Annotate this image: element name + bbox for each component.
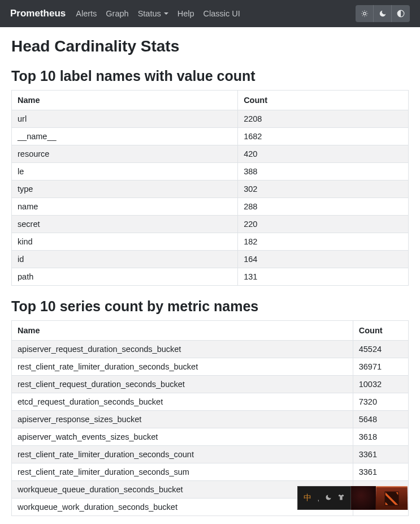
cell-name: kind: [12, 233, 238, 251]
cell-count: 3361: [353, 446, 408, 463]
table-row: le388: [12, 163, 409, 181]
cell-count: 302: [238, 181, 409, 198]
comma-icon: ,: [317, 494, 319, 502]
nav-link-classic-ui[interactable]: Classic UI: [203, 9, 240, 18]
cell-count: 45524: [353, 341, 408, 358]
cell-count: 3618: [353, 428, 408, 446]
dota-icon: [383, 490, 400, 507]
main-content: Head Cardinality Stats Top 10 label name…: [0, 27, 420, 524]
cell-count: 220: [238, 216, 409, 233]
table-row: apiserver_response_sizes_bucket5648: [12, 411, 409, 428]
cell-name: rest_client_rate_limiter_duration_second…: [12, 463, 353, 481]
cell-count: 10032: [353, 376, 408, 393]
theme-dark-button[interactable]: [374, 5, 392, 22]
cell-name: type: [12, 181, 238, 198]
theme-switcher: [356, 5, 410, 22]
moon-icon: [379, 10, 387, 18]
cell-name: path: [12, 268, 238, 286]
taskbar-thumbnail[interactable]: [351, 486, 376, 510]
svg-line-4: [366, 15, 367, 16]
cell-count: 420: [238, 145, 409, 163]
table-row: id164: [12, 251, 409, 268]
table-row: rest_client_request_duration_seconds_buc…: [12, 376, 409, 393]
section-title-label-names: Top 10 label names with value count: [11, 68, 409, 84]
table-row: apiserver_request_duration_seconds_bucke…: [12, 341, 409, 358]
table-row: type302: [12, 181, 409, 198]
ime-indicator[interactable]: 中: [304, 493, 311, 503]
cell-name: apiserver_response_sizes_bucket: [12, 411, 353, 428]
col-header-name: Name: [12, 91, 238, 110]
table-row: __name__1682: [12, 128, 409, 145]
section-title-series-metric: Top 10 series count by metric names: [11, 298, 409, 315]
sun-icon: [361, 10, 369, 18]
cell-count: 3361: [353, 463, 408, 481]
taskbar-overlay: 中 ,: [297, 486, 408, 510]
cell-name: url: [12, 110, 238, 128]
table-row: rest_client_rate_limiter_duration_second…: [12, 463, 409, 481]
cell-count: 2208: [238, 110, 409, 128]
col-header-count: Count: [353, 321, 408, 341]
brand[interactable]: Prometheus: [10, 8, 66, 19]
svg-line-7: [362, 15, 362, 16]
svg-line-3: [362, 11, 362, 12]
shirt-icon: [337, 493, 345, 502]
cell-name: resource: [12, 145, 238, 163]
cell-count: 5648: [353, 411, 408, 428]
table-row: url2208: [12, 110, 409, 128]
table-row: apiserver_watch_events_sizes_bucket3618: [12, 428, 409, 446]
cell-name: etcd_request_duration_seconds_bucket: [12, 393, 353, 411]
cell-count: 182: [238, 233, 409, 251]
table-row: kind182: [12, 233, 409, 251]
table-row: rest_client_rate_limiter_duration_second…: [12, 358, 409, 376]
table-row: secret220: [12, 216, 409, 233]
cell-name: rest_client_request_duration_seconds_buc…: [12, 376, 353, 393]
taskbar-app-dota[interactable]: [376, 486, 408, 510]
cell-name: le: [12, 163, 238, 181]
theme-light-button[interactable]: [356, 5, 374, 22]
chevron-down-icon: [164, 12, 168, 15]
nav-link-help[interactable]: Help: [177, 9, 194, 18]
navbar: Prometheus Alerts Graph Status Help Clas…: [0, 0, 420, 27]
moon-tray-icon: [325, 494, 332, 502]
nav-link-status-label: Status: [138, 9, 161, 18]
cell-count: 164: [238, 251, 409, 268]
cell-name: rest_client_rate_limiter_duration_second…: [12, 358, 353, 376]
nav-link-alerts[interactable]: Alerts: [76, 9, 97, 18]
cell-name: __name__: [12, 128, 238, 145]
cell-count: 288: [238, 198, 409, 216]
table-row: etcd_request_duration_seconds_bucket7320: [12, 393, 409, 411]
cell-name: secret: [12, 216, 238, 233]
cell-count: 36971: [353, 358, 408, 376]
page-title: Head Cardinality Stats: [11, 37, 409, 55]
cell-count: 131: [238, 268, 409, 286]
cell-count: 7320: [353, 393, 408, 411]
contrast-icon: [397, 10, 405, 18]
nav-link-graph[interactable]: Graph: [106, 9, 128, 18]
theme-auto-button[interactable]: [392, 5, 410, 22]
cell-name: name: [12, 198, 238, 216]
cell-name: apiserver_request_duration_seconds_bucke…: [12, 341, 353, 358]
cell-name: id: [12, 251, 238, 268]
nav-link-status[interactable]: Status: [138, 9, 168, 18]
svg-point-0: [363, 12, 366, 15]
cell-count: 1682: [238, 128, 409, 145]
table-row: resource420: [12, 145, 409, 163]
svg-line-8: [366, 11, 367, 12]
table-row: name288: [12, 198, 409, 216]
table-label-names: Name Count url2208__name__1682resource42…: [11, 90, 409, 286]
cell-name: rest_client_rate_limiter_duration_second…: [12, 446, 353, 463]
table-row: rest_client_rate_limiter_duration_second…: [12, 446, 409, 463]
col-header-name: Name: [12, 321, 353, 341]
cell-count: 388: [238, 163, 409, 181]
col-header-count: Count: [238, 91, 409, 110]
table-row: path131: [12, 268, 409, 286]
cell-name: apiserver_watch_events_sizes_bucket: [12, 428, 353, 446]
taskbar-tray[interactable]: 中 ,: [297, 486, 351, 510]
